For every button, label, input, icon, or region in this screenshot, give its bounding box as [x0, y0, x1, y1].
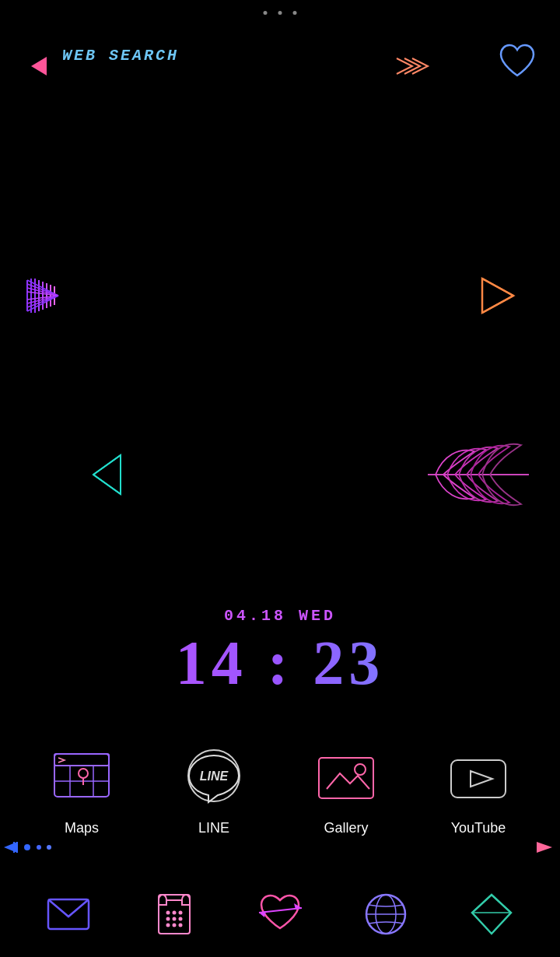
svg-line-60 [492, 895, 511, 913]
diamond-nav-item[interactable] [464, 887, 519, 941]
youtube-label: YouTube [451, 820, 506, 836]
svg-rect-29 [319, 758, 373, 798]
maps-icon[interactable] [47, 742, 117, 812]
youtube-app[interactable]: YouTube [424, 742, 533, 836]
heart-arrow-nav-item[interactable] [253, 887, 307, 941]
line-icon[interactable]: LINE [179, 742, 249, 812]
decorative-arrow-2 [16, 432, 544, 517]
svg-point-50 [179, 924, 183, 927]
svg-point-30 [355, 764, 366, 775]
svg-text:WEB SEARCH: WEB SEARCH [62, 47, 179, 65]
clock-widget: 04.18 WED 14 : 23 [0, 607, 560, 699]
svg-marker-32 [471, 771, 492, 787]
svg-marker-57 [472, 895, 511, 934]
svg-text:LINE: LINE [200, 769, 229, 783]
svg-point-46 [173, 917, 177, 921]
svg-marker-33 [4, 842, 17, 853]
svg-line-59 [472, 895, 492, 913]
svg-line-17 [93, 455, 121, 475]
heart-button[interactable] [498, 43, 537, 89]
svg-point-36 [47, 845, 51, 850]
svg-marker-38 [537, 842, 552, 853]
phone-nav-item[interactable] [147, 887, 201, 941]
gallery-app[interactable]: Gallery [292, 742, 401, 836]
status-dots [264, 11, 297, 15]
gallery-label: Gallery [324, 820, 368, 836]
svg-line-18 [93, 475, 121, 494]
svg-marker-0 [31, 57, 47, 75]
app-shortcuts: Maps LINE LINE Gallery [0, 742, 560, 836]
decorative-arrow-1 [16, 257, 544, 335]
bottom-navigation [0, 879, 560, 949]
globe-nav-item[interactable] [359, 887, 413, 941]
svg-point-43 [173, 911, 177, 915]
maps-app[interactable]: Maps [27, 742, 136, 836]
svg-point-25 [79, 769, 88, 778]
svg-point-47 [179, 917, 183, 921]
youtube-icon[interactable] [443, 742, 513, 812]
arrow-separator [0, 839, 560, 856]
svg-point-34 [24, 844, 30, 850]
svg-point-49 [173, 924, 177, 927]
svg-line-13 [482, 279, 513, 296]
svg-line-14 [482, 296, 513, 313]
date-display: 04.18 WED [0, 607, 560, 625]
line-label: LINE [198, 820, 229, 836]
maps-label: Maps [65, 820, 99, 836]
search-arrow-svg[interactable]: WEB SEARCH [23, 43, 537, 89]
time-display: 14 : 23 [0, 628, 560, 699]
svg-point-48 [166, 924, 170, 927]
svg-rect-31 [451, 760, 506, 798]
gallery-icon[interactable] [311, 742, 381, 812]
web-search-bar[interactable]: WEB SEARCH [23, 43, 537, 89]
svg-point-35 [37, 845, 41, 850]
svg-point-42 [166, 911, 170, 915]
svg-point-45 [166, 917, 170, 921]
mail-nav-item[interactable] [41, 887, 96, 941]
line-app[interactable]: LINE LINE [159, 742, 268, 836]
svg-point-44 [179, 911, 183, 915]
